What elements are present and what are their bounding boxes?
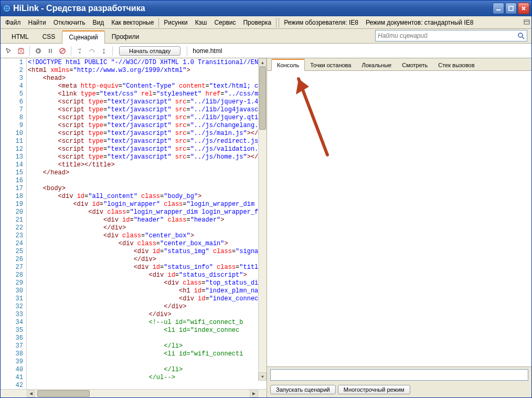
menubar: ФайлНайтиОтключитьВидКак векторныеРисунк… [1, 16, 531, 29]
code-line[interactable]: <script type="text/javascript" src="../l… [28, 106, 267, 114]
code-line[interactable]: <script type="text/javascript" src="../j… [28, 122, 267, 130]
scroll-up-icon[interactable]: ▲ [259, 58, 267, 67]
code-line[interactable]: <li id="index_connec [28, 327, 267, 334]
rtab-стек-вызовов[interactable]: Стек вызовов [433, 60, 480, 70]
code-line[interactable]: <script type="text/javascript" src="../j… [28, 138, 267, 145]
code-line[interactable]: <title></title> [28, 161, 267, 169]
svg-rect-2 [509, 6, 513, 11]
code-line[interactable]: </li> [28, 366, 267, 374]
tab-сценарий[interactable]: Сценарий [62, 30, 104, 44]
document-mode-menu[interactable]: Режим документов: стандартный IE8 [362, 17, 477, 28]
code-line[interactable]: <div id="status_img" class="signa [28, 248, 267, 256]
code-line[interactable]: <h1 id="index_plmn_na [28, 287, 267, 295]
continue-icon[interactable] [33, 46, 44, 56]
code-line[interactable]: <div class="center_box_main"> [28, 240, 267, 248]
step-into-icon[interactable] [75, 46, 85, 56]
code-line[interactable]: <script type="text/javascript" src="../j… [28, 153, 267, 161]
code-line[interactable]: <body> [28, 185, 267, 193]
code-line[interactable]: <link type="text/css" rel="stylesheet" h… [28, 90, 267, 98]
code-line[interactable]: <div id="status_discript"> [28, 271, 267, 279]
menu-проверка[interactable]: Проверка [239, 17, 275, 28]
search-icon[interactable] [516, 31, 526, 40]
svg-point-13 [79, 51, 81, 53]
code-line[interactable]: </div> [28, 256, 267, 264]
step-over-icon[interactable] [87, 46, 97, 56]
menu-найти[interactable]: Найти [25, 17, 50, 28]
menu-отключить[interactable]: Отключить [50, 17, 89, 28]
code-line[interactable]: <script type="text/javascript" src="../l… [28, 114, 267, 122]
scroll-thumb[interactable] [259, 67, 266, 130]
scroll-left-icon[interactable]: ◀ [27, 390, 35, 397]
pause-icon[interactable] [45, 46, 56, 56]
hscroll-thumb[interactable] [37, 390, 90, 397]
code-line[interactable]: <script type="text/javascript" src="../j… [28, 130, 267, 138]
code-line[interactable]: <div class="center_box"> [28, 232, 267, 240]
stop-on-error-icon[interactable] [57, 46, 68, 56]
run-script-button[interactable]: Запускать сценарий [270, 385, 336, 394]
search-input[interactable] [376, 32, 516, 39]
rtab-локальные[interactable]: Локальные [356, 60, 397, 70]
code-line[interactable] [28, 358, 267, 366]
multiline-mode-button[interactable]: Многострочный режим [338, 385, 410, 394]
annotation-arrow-icon [291, 76, 338, 160]
code-line[interactable]: <!DOCTYPE html PUBLIC "-//W3C//DTD XHTML… [28, 59, 267, 67]
menu-вид[interactable]: Вид [89, 17, 108, 28]
menu-кэш[interactable]: Кэш [191, 17, 211, 28]
code-line[interactable] [28, 382, 267, 389]
rtab-смотреть[interactable]: Смотреть [397, 60, 433, 70]
console-input[interactable] [270, 369, 528, 381]
select-element-icon[interactable] [4, 46, 14, 56]
menu-сервис[interactable]: Сервис [210, 17, 239, 28]
close-button[interactable] [518, 3, 529, 14]
horizontal-scrollbar[interactable]: ◀ ▶ [1, 389, 267, 397]
rtab-консоль[interactable]: Консоль [271, 59, 305, 71]
window-controls [493, 3, 529, 14]
code-line[interactable]: </div> [28, 224, 267, 232]
code-line[interactable]: <li id="wifi_connecti [28, 350, 267, 358]
code-line[interactable]: <div id="login_wrapper" class="login_wra… [28, 201, 267, 208]
code-line[interactable]: <div class="top_status_di [28, 279, 267, 287]
scroll-right-icon[interactable]: ▶ [250, 390, 258, 397]
code-content[interactable]: <!DOCTYPE html PUBLIC "-//W3C//DTD XHTML… [27, 58, 267, 389]
code-line[interactable]: </div> [28, 311, 267, 319]
menu-как векторные[interactable]: Как векторные [108, 17, 157, 28]
code-line[interactable]: <div id="header" class="header"> [28, 216, 267, 224]
code-line[interactable] [28, 334, 267, 342]
code-line[interactable]: <div class="login_wrapper_dim login_wrap… [28, 208, 267, 216]
start-debug-button[interactable]: Начать отладку [119, 46, 180, 56]
code-line[interactable]: </li> [28, 342, 267, 350]
titlebar[interactable]: HiLink - Средства разработчика [1, 1, 531, 16]
tab-css[interactable]: CSS [36, 30, 62, 43]
vertical-scrollbar[interactable]: ▲ ▼ [258, 58, 267, 381]
code-line[interactable]: <div id="index_connec [28, 295, 267, 303]
maximize-button[interactable] [505, 3, 517, 14]
code-line[interactable]: <head> [28, 75, 267, 82]
code-line[interactable]: </head> [28, 169, 267, 177]
tab-профили[interactable]: Профили [105, 30, 146, 43]
code-line[interactable]: <meta http-equiv="Content-Type" content=… [28, 82, 267, 90]
tab-html[interactable]: HTML [5, 30, 36, 43]
code-area[interactable]: 1234567891011121314151617181920212223242… [1, 58, 267, 389]
svg-point-14 [103, 52, 105, 54]
browser-mode-menu[interactable]: Режим обозревателя: IE8 [280, 17, 362, 28]
svg-point-5 [518, 33, 523, 37]
code-line[interactable]: <script type="text/javascript" src="../l… [28, 98, 267, 106]
minimize-button[interactable] [493, 3, 504, 14]
code-line[interactable]: </div> [28, 303, 267, 311]
menu-рисунки[interactable]: Рисунки [160, 17, 191, 28]
app-icon [3, 4, 11, 13]
code-line[interactable]: <div id="all_content" class="body_bg"> [28, 193, 267, 201]
code-line[interactable]: <script type="text/javascript" src="../j… [28, 145, 267, 153]
code-line[interactable] [28, 177, 267, 185]
step-out-icon[interactable] [99, 46, 109, 56]
scroll-down-icon[interactable]: ▼ [259, 372, 267, 381]
clear-icon[interactable] [16, 46, 26, 56]
menu-файл[interactable]: Файл [2, 17, 25, 28]
code-line[interactable]: <!--ul id="wifi_connect_b [28, 319, 267, 327]
code-line[interactable]: <html xmlns="http://www.w3.org/1999/xhtm… [28, 67, 267, 75]
console-output[interactable] [267, 71, 531, 366]
rtab-точки-останова[interactable]: Точки останова [305, 60, 356, 70]
unpin-icon[interactable] [523, 19, 530, 26]
code-line[interactable]: <div id="status_info" class="titl [28, 264, 267, 271]
code-line[interactable]: </ul--> [28, 374, 267, 382]
